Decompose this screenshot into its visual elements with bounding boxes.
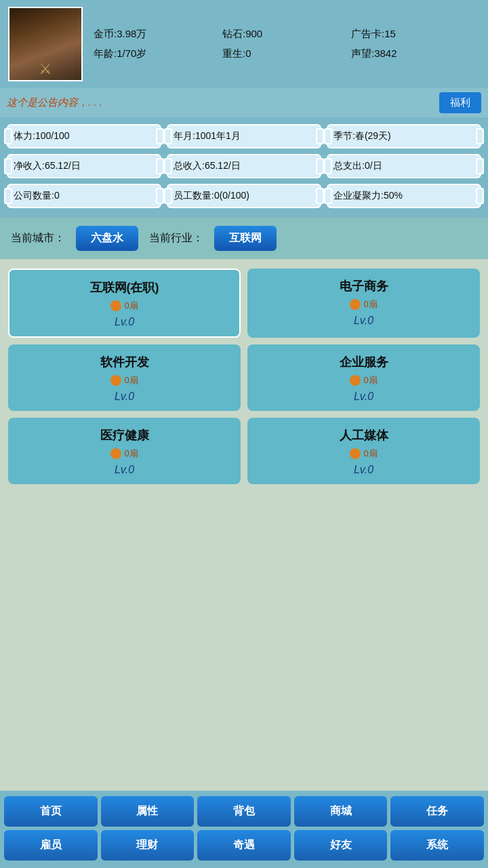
city-industry-bar: 当前城市： 六盘水 当前行业： 互联网 [0, 218, 488, 259]
coin-icon-0 [110, 300, 121, 311]
card-2-icon: 0扇 [110, 374, 138, 387]
info-total-income: 总收入:65.12/日 [167, 154, 321, 178]
announce-bar: 这个是公告内容，. . . 福利 [0, 88, 488, 117]
coin-icon-3 [350, 375, 361, 386]
city-button[interactable]: 六盘水 [76, 226, 138, 251]
card-1-sub: 0扇 [363, 298, 377, 311]
info-grid: 体力:100/100 年月:1001年1月 季节:春(29天) 净收入:65.1… [0, 117, 488, 218]
card-0-title: 互联网(在职) [90, 279, 159, 296]
nav-backpack[interactable]: 背包 [197, 796, 291, 827]
card-0-lv: Lv.0 [115, 316, 134, 328]
coin-icon-1 [350, 299, 361, 310]
age-stat: 年龄:1/70岁 [94, 47, 222, 60]
info-net-income: 净收入:65.12/日 [7, 154, 161, 178]
card-5-title: 人工媒体 [340, 427, 388, 443]
nav-employees[interactable]: 雇员 [4, 830, 98, 861]
info-year: 年月:1001年1月 [167, 124, 321, 149]
card-5-sub: 0扇 [363, 448, 377, 460]
card-1-lv: Lv.0 [354, 315, 373, 327]
rebirth-stat: 重生:0 [222, 47, 351, 60]
industry-button[interactable]: 互联网 [214, 226, 277, 251]
card-3-title: 企业服务 [340, 354, 388, 370]
card-enterprise[interactable]: 企业服务 0扇 Lv.0 [247, 344, 480, 411]
card-ecommerce[interactable]: 电子商务 0扇 Lv.0 [247, 269, 480, 338]
card-5-lv: Lv.0 [354, 464, 373, 476]
card-2-title: 软件开发 [100, 354, 149, 370]
card-medical[interactable]: 医疗健康 0扇 Lv.0 [8, 418, 241, 484]
announce-text: 这个是公告内容，. . . [7, 96, 434, 109]
gold-stat: 金币:3.98万 [94, 28, 222, 41]
industry-label: 当前行业： [149, 231, 203, 245]
nav-attributes[interactable]: 属性 [101, 796, 195, 827]
card-4-icon: 0扇 [110, 448, 138, 460]
card-3-icon: 0扇 [350, 374, 377, 387]
info-cohesion: 企业凝聚力:50% [327, 184, 481, 208]
info-season: 季节:春(29天) [327, 124, 481, 149]
cards-area: 互联网(在职) 0扇 Lv.0 电子商务 0扇 Lv.0 软件开发 0扇 Lv.… [0, 259, 488, 791]
diamond-stat: 钻石:900 [222, 28, 351, 41]
adcard-stat: 广告卡:15 [351, 28, 480, 41]
card-software[interactable]: 软件开发 0扇 Lv.0 [8, 344, 241, 411]
header-section: 金币:3.98万 钻石:900 广告卡:15 年龄:1/70岁 重生:0 声望:… [0, 0, 488, 88]
info-total-expense: 总支出:0/日 [327, 154, 481, 178]
info-company-count: 公司数量:0 [7, 184, 161, 208]
info-stamina: 体力:100/100 [7, 124, 161, 149]
coin-icon-2 [110, 375, 121, 386]
card-5-icon: 0扇 [350, 448, 377, 460]
bottom-nav: 首页 属性 背包 商城 任务 雇员 理财 奇遇 好友 系统 [0, 791, 488, 868]
card-4-sub: 0扇 [124, 448, 138, 460]
card-3-lv: Lv.0 [354, 391, 373, 403]
card-3-sub: 0扇 [363, 374, 377, 387]
card-0-icon: 0扇 [110, 300, 138, 312]
coin-icon-4 [110, 448, 121, 459]
coin-icon-5 [350, 448, 361, 459]
nav-row-2: 雇员 理财 奇遇 好友 系统 [4, 830, 484, 861]
city-label: 当前城市： [11, 231, 65, 245]
card-media[interactable]: 人工媒体 0扇 Lv.0 [247, 418, 480, 484]
card-1-icon: 0扇 [350, 298, 377, 311]
nav-row-1: 首页 属性 背包 商城 任务 [4, 796, 484, 827]
nav-finance[interactable]: 理财 [101, 830, 195, 861]
nav-quest[interactable]: 任务 [390, 796, 484, 827]
card-1-title: 电子商务 [340, 278, 388, 294]
header-stats: 金币:3.98万 钻石:900 广告卡:15 年龄:1/70岁 重生:0 声望:… [94, 28, 480, 60]
card-internet[interactable]: 互联网(在职) 0扇 Lv.0 [8, 269, 241, 338]
card-4-lv: Lv.0 [115, 464, 134, 476]
welfare-button[interactable]: 福利 [439, 92, 481, 113]
avatar[interactable] [8, 7, 83, 81]
nav-system[interactable]: 系统 [390, 830, 484, 861]
info-employee-count: 员工数量:0(0/100) [167, 184, 321, 208]
card-2-lv: Lv.0 [115, 391, 134, 403]
card-0-sub: 0扇 [124, 300, 138, 312]
nav-friends[interactable]: 好友 [294, 830, 388, 861]
nav-home[interactable]: 首页 [4, 796, 98, 827]
reputation-stat: 声望:3842 [351, 47, 480, 60]
card-2-sub: 0扇 [124, 374, 138, 387]
card-4-title: 医疗健康 [100, 427, 149, 443]
nav-shop[interactable]: 商城 [294, 796, 388, 827]
nav-adventure[interactable]: 奇遇 [197, 830, 291, 861]
